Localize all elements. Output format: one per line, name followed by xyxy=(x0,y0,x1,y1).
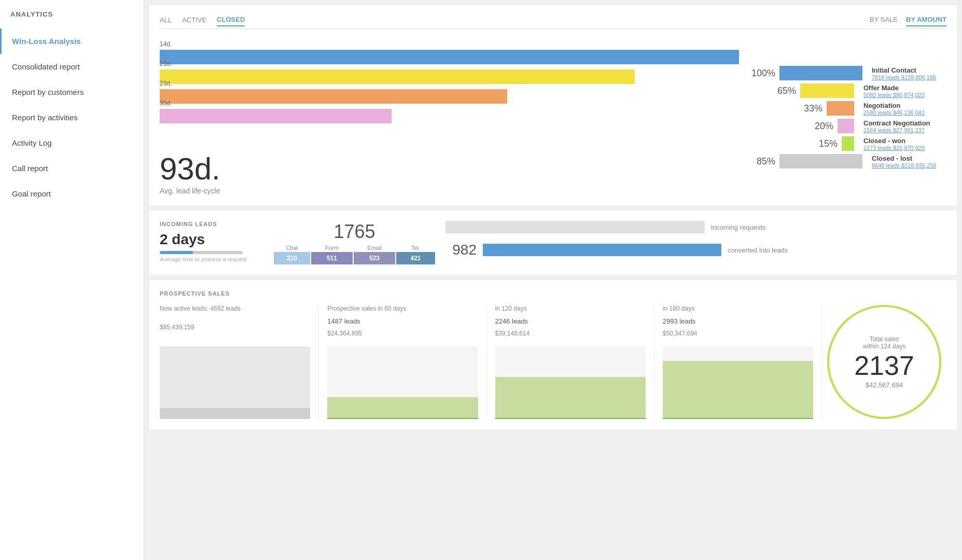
prosp-col4-label: in 180 days xyxy=(663,305,813,312)
funnel-bar-1 xyxy=(160,50,739,64)
prosp-col2-label: Prospective sales in 60 days xyxy=(327,305,478,312)
bar-label-4: 35d. xyxy=(160,100,172,107)
converted-bar xyxy=(483,244,721,256)
legend-text-4: Contract Negotiation 1564 leads $27,961,… xyxy=(863,119,946,133)
incoming-days: 2 days xyxy=(160,231,263,248)
bar-label-1: 14d. xyxy=(160,40,172,48)
channel-form: Form 511 xyxy=(311,245,353,264)
prosp-col4-amount: $50,347,694 xyxy=(663,330,813,337)
incoming-total: 1765 xyxy=(333,221,375,243)
legend-item-4: 20% Contract Negotiation 1564 leads $27,… xyxy=(749,119,946,133)
main-content: ALL ACTIVE CLOSED BY SALE BY AMOUNT 14d. xyxy=(144,0,962,560)
legend-text-2: Offer Made 5082 leads $90,874,020 xyxy=(863,84,946,98)
bar-label-2: 21d. xyxy=(160,60,172,67)
prospective-card: PROSPECTIVE SALES Now active leads: 4692… xyxy=(149,280,957,429)
prosp-col4-bar-area xyxy=(663,346,813,419)
prosp-col3-bar xyxy=(495,377,646,419)
prosp-col1-label: Now active leads: 4692 leads xyxy=(160,305,310,312)
legend-text-6: Closed - lost 6646 leads $118,835,258 xyxy=(872,155,955,169)
total-sales-amount: $42,567,694 xyxy=(866,381,903,389)
prosp-col3-line xyxy=(495,418,646,419)
legend-item-3: 33% Negotiation 2580 leads $46,136,041 xyxy=(749,101,946,116)
prosp-col1-amount: $85,439,159 xyxy=(160,324,310,331)
incoming-avg-label: Average time to process a request xyxy=(160,256,263,262)
prosp-col3-label: in 120 days xyxy=(495,305,646,312)
legend-text-3: Negotiation 2580 leads $46,136,041 xyxy=(863,102,946,116)
sidebar-item-call-report[interactable]: Call report xyxy=(0,156,144,181)
tab-closed[interactable]: CLOSED xyxy=(217,16,245,26)
sidebar-item-win-loss[interactable]: Win-Loss Analysis xyxy=(0,29,144,54)
tab-by-sale[interactable]: BY SALE xyxy=(870,16,898,26)
prospective-content: Now active leads: 4692 leads $85,439,159… xyxy=(160,305,946,419)
converted-label: converted into leads xyxy=(728,246,821,254)
prosp-col3-amount: $39,148,614 xyxy=(495,330,646,337)
legend-pct-1: 100% xyxy=(749,68,775,79)
legend-pct-5: 15% xyxy=(812,138,838,149)
tab-all[interactable]: ALL xyxy=(160,16,172,26)
legend-bar-6 xyxy=(779,154,862,169)
prosp-col2-line xyxy=(327,418,478,419)
legend-bar-4 xyxy=(838,119,854,133)
channel-email: Email 523 xyxy=(354,245,395,264)
legend-item-1: 100% Initial Contact 7819 leads $139,806… xyxy=(749,66,946,80)
prosp-col1-bar-area xyxy=(160,346,310,419)
prosp-col3-leads: 2246 leads xyxy=(495,317,646,325)
prosp-col2-amount: $24,364,895 xyxy=(327,330,478,337)
sidebar-item-by-activities[interactable]: Report by activities xyxy=(0,105,144,130)
legend-pct-3: 33% xyxy=(797,103,822,114)
channel-bars: Chat 310 Form 511 Email 523 Tel. 421 xyxy=(274,245,435,264)
incoming-requests-label: incoming requests xyxy=(711,223,804,231)
legend-item-2: 65% Offer Made 5082 leads $90,874,020 xyxy=(749,83,946,98)
prosp-col4-line xyxy=(663,418,813,419)
avg-bar-fill xyxy=(160,251,193,254)
incoming-left: INCOMING LEADS 2 days Average time to pr… xyxy=(160,221,263,262)
funnel-section: 14d. 21d. 23d. 35d. xyxy=(160,39,946,195)
avg-lead: 93d. Avg. lead life-cycle xyxy=(160,153,739,195)
prosp-col-4: in 180 days 2993 leads $50,347,694 xyxy=(654,305,822,419)
bar-label-3: 23d. xyxy=(160,80,172,87)
view-tabs: BY SALE BY AMOUNT xyxy=(870,16,946,26)
prosp-col-1: Now active leads: 4692 leads $85,439,159 xyxy=(160,305,319,419)
incoming-title: INCOMING LEADS xyxy=(160,221,263,227)
sidebar: ANALYTICS Win-Loss Analysis Consolidated… xyxy=(0,0,144,560)
funnel-left: 14d. 21d. 23d. 35d. xyxy=(160,39,739,195)
channel-chat: Chat 310 xyxy=(274,245,310,264)
prospective-title: PROSPECTIVE SALES xyxy=(160,290,946,297)
sidebar-item-by-customers[interactable]: Report by customers xyxy=(0,79,144,105)
prosp-col1-bar xyxy=(160,408,310,419)
prosp-col2-bar-area xyxy=(327,346,478,419)
legend-item-5: 15% Closed - won 1173 leads $20,970,928 xyxy=(749,136,946,151)
converted-row: 982 converted into leads xyxy=(445,242,946,258)
legend-bar-5 xyxy=(842,136,854,151)
incoming-section: INCOMING LEADS 2 days Average time to pr… xyxy=(160,221,946,264)
legend-pct-2: 65% xyxy=(770,86,796,96)
funnel-tabs: ALL ACTIVE CLOSED BY SALE BY AMOUNT xyxy=(160,16,946,29)
tab-by-amount[interactable]: BY AMOUNT xyxy=(906,16,946,26)
incoming-right: incoming requests 982 converted into lea… xyxy=(445,221,946,258)
total-sales-circle: Total sales within 124 days 2137 $42,567… xyxy=(827,305,941,419)
prosp-col2-bar xyxy=(327,397,478,419)
prosp-col4-bar xyxy=(663,361,813,419)
legend-text-1: Initial Contact 7819 leads $139,806,186 xyxy=(872,66,955,80)
total-sales-section: Total sales within 124 days 2137 $42,567… xyxy=(822,305,946,419)
funnel-legend: 100% Initial Contact 7819 leads $139,806… xyxy=(749,39,946,195)
legend-bar-1 xyxy=(779,66,862,80)
incoming-leads-card: INCOMING LEADS 2 days Average time to pr… xyxy=(149,211,957,275)
funnel-bar-3 xyxy=(160,89,507,104)
sidebar-title: ANALYTICS xyxy=(0,10,144,29)
tab-active[interactable]: ACTIVE xyxy=(182,16,206,26)
channel-tel: Tel. 421 xyxy=(396,245,435,264)
legend-bar-2 xyxy=(800,83,854,98)
avg-lead-label: Avg. lead life-cycle xyxy=(160,187,739,195)
funnel-bar-2 xyxy=(160,69,635,84)
prosp-col4-leads: 2993 leads xyxy=(663,317,813,325)
sidebar-item-goal-report[interactable]: Goal report xyxy=(0,181,144,206)
converted-num: 982 xyxy=(445,242,477,258)
legend-bar-3 xyxy=(827,101,854,116)
prosp-col2-leads: 1487 leads xyxy=(327,317,478,325)
sidebar-item-consolidated[interactable]: Consolidated report xyxy=(0,54,144,79)
avg-lead-number: 93d. xyxy=(160,153,739,185)
incoming-requests-row: incoming requests xyxy=(445,221,946,233)
sidebar-item-activity-log[interactable]: Activity Log xyxy=(0,130,144,156)
legend-text-5: Closed - won 1173 leads $20,970,928 xyxy=(863,137,946,151)
